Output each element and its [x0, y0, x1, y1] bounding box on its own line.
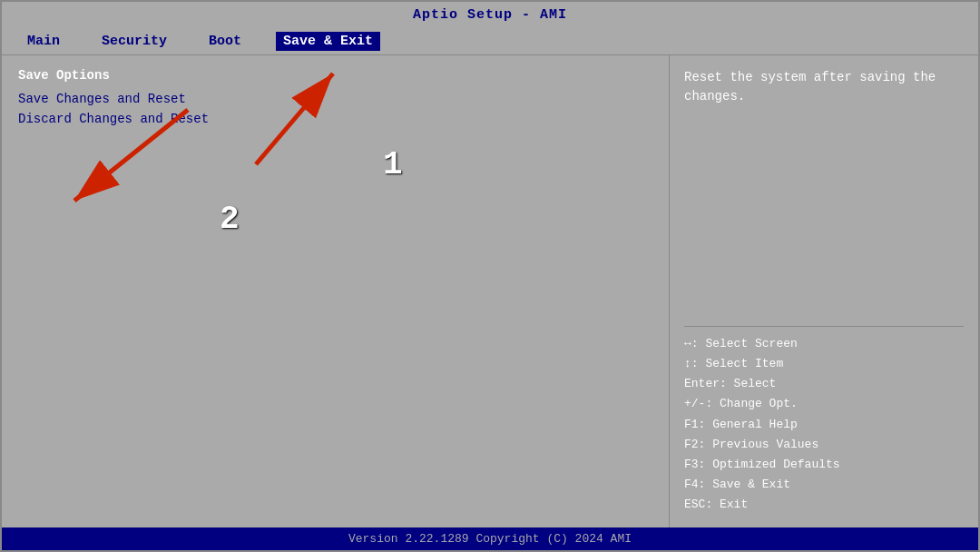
help-text: Reset the system after saving the change… — [684, 68, 964, 310]
title-text: Aptio Setup - AMI — [413, 7, 567, 23]
footer: Version 2.22.1289 Copyright (C) 2024 AMI — [2, 527, 978, 550]
key-f4: F4: Save & Exit — [684, 475, 964, 495]
divider — [684, 326, 964, 327]
key-select-screen: ↔: Select Screen — [684, 334, 964, 354]
key-f3: F3: Optimized Defaults — [684, 455, 964, 475]
key-f1: F1: General Help — [684, 415, 964, 435]
annotation-number-1: 1 — [383, 146, 403, 183]
discard-changes-reset-option[interactable]: Discard Changes and Reset — [18, 112, 652, 126]
title-bar: Aptio Setup - AMI — [2, 2, 978, 28]
bios-container: Aptio Setup - AMI Main Security Boot Sav… — [0, 0, 980, 552]
menu-item-security[interactable]: Security — [94, 32, 174, 51]
footer-text: Version 2.22.1289 Copyright (C) 2024 AMI — [348, 532, 632, 546]
section-header: Save Options — [18, 68, 652, 83]
annotation-layer: 1 2 — [2, 55, 669, 527]
key-enter: Enter: Select — [684, 374, 964, 394]
left-panel: Save Options Save Changes and Reset Disc… — [2, 55, 670, 527]
right-panel: Reset the system after saving the change… — [670, 55, 978, 527]
key-change-opt: +/-: Change Opt. — [684, 394, 964, 414]
key-esc: ESC: Exit — [684, 495, 964, 515]
key-f2: F2: Previous Values — [684, 435, 964, 455]
menu-item-main[interactable]: Main — [20, 32, 67, 51]
annotation-number-2: 2 — [220, 201, 240, 238]
main-area: Save Options Save Changes and Reset Disc… — [2, 55, 978, 527]
save-changes-reset-option[interactable]: Save Changes and Reset — [18, 92, 652, 106]
menu-item-boot[interactable]: Boot — [201, 32, 249, 51]
key-select-item: ↕: Select Item — [684, 354, 964, 374]
key-help: ↔: Select Screen ↕: Select Item Enter: S… — [684, 334, 964, 515]
menu-item-save-exit[interactable]: Save & Exit — [276, 32, 380, 51]
menu-bar: Main Security Boot Save & Exit — [2, 28, 978, 55]
